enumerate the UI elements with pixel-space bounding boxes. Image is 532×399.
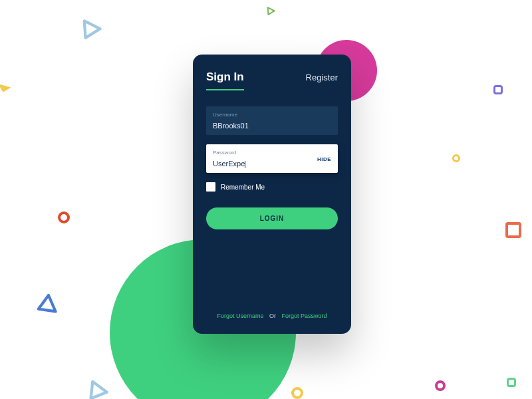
bg-triangle-icon (0, 79, 11, 92)
username-label: Username (213, 112, 331, 118)
bg-triangle-icon (266, 7, 275, 16)
bg-square-icon (505, 222, 521, 238)
remember-me-checkbox[interactable]: Remember Me (206, 182, 338, 192)
password-field[interactable]: Password UserExpe HIDE (206, 144, 338, 173)
tab-register[interactable]: Register (306, 72, 338, 82)
auth-tabs: Sign In Register (206, 70, 338, 90)
password-input[interactable]: UserExpe (213, 160, 245, 168)
svg-marker-0 (84, 21, 100, 38)
username-field[interactable]: Username (206, 106, 338, 135)
svg-marker-2 (90, 382, 108, 399)
forgot-password-link[interactable]: Forgot Password (282, 313, 327, 319)
login-button[interactable]: LOGIN (206, 207, 338, 229)
svg-marker-1 (38, 295, 61, 319)
bg-triangle-icon (84, 378, 110, 399)
tab-signin[interactable]: Sign In (206, 70, 244, 90)
bg-square-icon (493, 85, 503, 94)
svg-marker-3 (268, 7, 275, 15)
bg-square-icon (507, 378, 516, 387)
bg-ring-icon (452, 154, 460, 162)
bg-ring-icon (291, 387, 303, 399)
password-label: Password (213, 150, 331, 156)
bg-ring-icon (58, 211, 70, 223)
username-input[interactable] (213, 122, 331, 130)
forgot-username-link[interactable]: Forgot Username (217, 313, 263, 319)
forgot-row: Forgot Username Or Forgot Password (193, 313, 351, 319)
checkbox-icon (206, 182, 215, 192)
or-text: Or (269, 313, 276, 319)
password-visibility-toggle[interactable]: HIDE (317, 156, 331, 162)
bg-triangle-icon (32, 291, 64, 323)
remember-me-label: Remember Me (221, 184, 265, 191)
bg-triangle-icon (80, 19, 102, 41)
bg-ring-icon (435, 380, 446, 391)
signin-card: Sign In Register Username Password UserE… (193, 55, 351, 334)
